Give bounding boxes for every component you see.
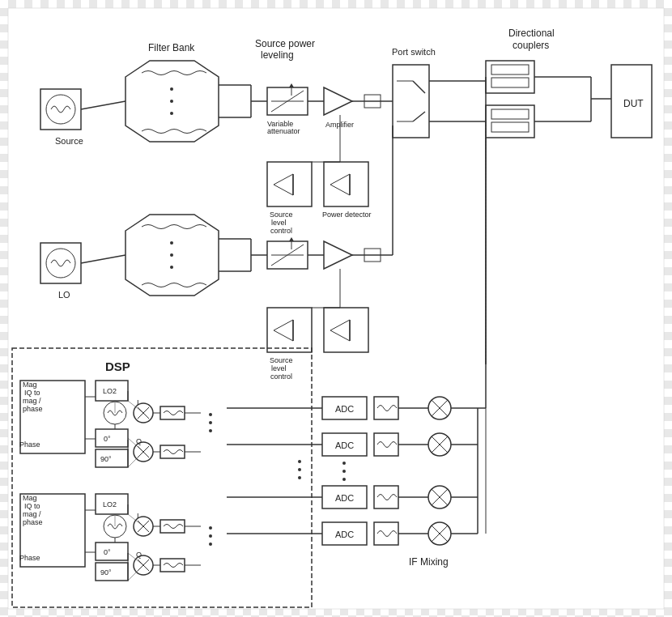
source-level-control-1-label3: control	[270, 227, 292, 235]
iq-to-mag-phase-2-label: IQ to	[24, 502, 40, 510]
svg-point-140	[209, 526, 212, 530]
adc-1-label: ADC	[335, 404, 354, 414]
source-level-control-1-label2: level	[271, 219, 287, 227]
adc-2-label: ADC	[335, 440, 354, 450]
svg-point-152	[342, 470, 346, 473]
svg-point-153	[342, 478, 346, 481]
dsp-label: DSP	[105, 360, 130, 373]
q-label-2: Q	[136, 551, 142, 559]
phase-2-label: Phase	[19, 554, 40, 562]
source-level-control-2-label3: control	[270, 372, 292, 381]
mag-1-label: Mag	[23, 381, 37, 389]
variable-attenuator-label2: attenuator	[267, 127, 300, 135]
lo2-2-label: LO2	[103, 500, 117, 508]
svg-point-53	[170, 253, 173, 257]
source-label: Source	[55, 136, 83, 146]
svg-point-180	[298, 460, 301, 463]
svg-point-151	[342, 462, 346, 465]
svg-point-3	[170, 100, 173, 103]
lo-label: LO	[58, 290, 70, 300]
iq-to-mag-phase-1-label: IQ to	[24, 389, 40, 397]
port-switch-label: Port switch	[392, 47, 436, 57]
svg-text:mag /: mag /	[23, 397, 41, 405]
source-level-control-2-label: Source	[270, 356, 293, 364]
i-label-2: I	[137, 512, 139, 520]
svg-text:phase: phase	[23, 405, 43, 413]
svg-text:phase: phase	[23, 518, 43, 526]
adc-3-label: ADC	[335, 493, 354, 503]
source-level-control-1-label: Source	[270, 211, 293, 219]
adc-4-label: ADC	[335, 530, 354, 539]
diagram-container: Filter Bank Source Source power leveling…	[0, 0, 672, 617]
svg-point-4	[170, 112, 173, 115]
deg0-2-label: 0°	[104, 548, 111, 556]
source-level-control-2-label2: level	[271, 364, 287, 372]
phase-1-label: Phase	[19, 440, 40, 449]
svg-point-98	[209, 429, 212, 432]
source-power-leveling-label: Source power	[255, 38, 315, 49]
svg-point-96	[209, 413, 212, 416]
filter-bank-label: Filter Bank	[148, 42, 195, 53]
directional-couplers-label2: couplers	[513, 40, 549, 51]
deg90-1-label: 90°	[100, 455, 112, 463]
dut-label: DUT	[623, 98, 644, 109]
svg-point-182	[298, 476, 301, 479]
q-label-1: Q	[136, 437, 142, 445]
svg-point-141	[209, 534, 212, 538]
power-detector-label: Power detector	[322, 211, 372, 219]
svg-point-97	[209, 421, 212, 424]
svg-text:mag /: mag /	[23, 510, 41, 518]
lo2-1-label: LO2	[103, 387, 117, 395]
svg-point-2	[170, 87, 173, 91]
directional-couplers-label: Directional	[508, 28, 555, 39]
if-mixing-label: IF Mixing	[409, 556, 449, 568]
deg90-2-label: 90°	[100, 568, 112, 577]
svg-point-54	[170, 266, 173, 269]
svg-point-181	[298, 468, 301, 471]
i-label-1: I	[137, 398, 139, 406]
mag-2-label: Mag	[23, 494, 37, 502]
deg0-1-label: 0°	[104, 435, 111, 443]
source-power-leveling-label2: leveling	[261, 49, 294, 61]
svg-point-142	[209, 543, 212, 546]
svg-point-52	[170, 241, 173, 245]
